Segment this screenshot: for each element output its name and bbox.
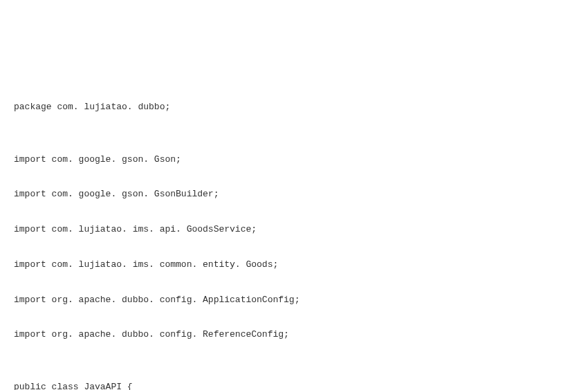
code-line: import org. apache. dubbo. config. Appli…: [14, 291, 574, 308]
code-line: import org. apache. dubbo. config. Refer…: [14, 326, 574, 343]
code-line: import com. lujiatao. ims. common. entit…: [14, 256, 574, 273]
code-block: package com. lujiatao. dubbo; import com…: [14, 80, 574, 390]
code-line: import com. google. gson. GsonBuilder;: [14, 185, 574, 203]
code-line: import com. lujiatao. ims. api. GoodsSer…: [14, 221, 574, 238]
code-line: import com. google. gson. Gson;: [14, 151, 574, 168]
code-line: public class JavaAPI {: [14, 378, 574, 390]
code-line: package com. lujiatao. dubbo;: [14, 98, 574, 115]
